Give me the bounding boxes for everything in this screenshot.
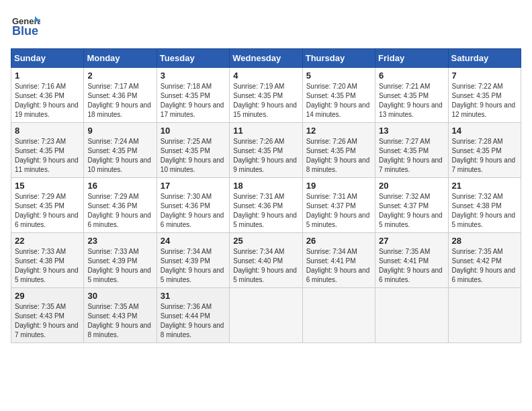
calendar-week-4: 22 Sunrise: 7:33 AM Sunset: 4:38 PM Dayl…	[11, 233, 521, 288]
calendar-cell: 18 Sunrise: 7:31 AM Sunset: 4:36 PM Dayl…	[230, 178, 302, 233]
day-number: 16	[87, 181, 152, 191]
day-info: Sunrise: 7:20 AM Sunset: 4:35 PM Dayligh…	[306, 82, 371, 120]
day-number: 4	[233, 71, 298, 81]
calendar-week-1: 1 Sunrise: 7:16 AM Sunset: 4:36 PM Dayli…	[11, 68, 521, 123]
day-info: Sunrise: 7:35 AM Sunset: 4:41 PM Dayligh…	[379, 247, 444, 285]
day-header-tuesday: Tuesday	[157, 49, 229, 68]
day-info: Sunrise: 7:33 AM Sunset: 4:38 PM Dayligh…	[15, 247, 80, 285]
day-info: Sunrise: 7:18 AM Sunset: 4:35 PM Dayligh…	[161, 82, 226, 120]
day-info: Sunrise: 7:28 AM Sunset: 4:35 PM Dayligh…	[452, 137, 517, 175]
calendar-cell: 21 Sunrise: 7:32 AM Sunset: 4:38 PM Dayl…	[448, 178, 521, 233]
day-info: Sunrise: 7:24 AM Sunset: 4:35 PM Dayligh…	[87, 137, 152, 175]
day-number: 22	[15, 236, 80, 246]
calendar-cell: 7 Sunrise: 7:22 AM Sunset: 4:35 PM Dayli…	[448, 68, 521, 123]
day-number: 31	[161, 291, 226, 301]
day-number: 14	[452, 126, 517, 136]
calendar-cell: 11 Sunrise: 7:26 AM Sunset: 4:35 PM Dayl…	[230, 123, 302, 178]
day-info: Sunrise: 7:34 AM Sunset: 4:40 PM Dayligh…	[233, 247, 298, 285]
day-info: Sunrise: 7:32 AM Sunset: 4:38 PM Dayligh…	[452, 192, 517, 230]
day-number: 11	[233, 126, 298, 136]
calendar-cell: 5 Sunrise: 7:20 AM Sunset: 4:35 PM Dayli…	[302, 68, 375, 123]
day-info: Sunrise: 7:35 AM Sunset: 4:43 PM Dayligh…	[15, 302, 80, 340]
day-number: 5	[306, 71, 371, 81]
logo: General Blue	[11, 11, 43, 40]
day-number: 15	[15, 181, 80, 191]
calendar-cell: 9 Sunrise: 7:24 AM Sunset: 4:35 PM Dayli…	[84, 123, 157, 178]
day-number: 17	[161, 181, 226, 191]
day-number: 30	[87, 291, 152, 301]
day-info: Sunrise: 7:17 AM Sunset: 4:36 PM Dayligh…	[87, 82, 152, 120]
day-number: 21	[452, 181, 517, 191]
calendar-cell: 29 Sunrise: 7:35 AM Sunset: 4:43 PM Dayl…	[11, 288, 84, 343]
day-number: 24	[161, 236, 226, 246]
day-number: 3	[161, 71, 226, 81]
day-number: 2	[87, 71, 152, 81]
calendar-cell: 23 Sunrise: 7:33 AM Sunset: 4:39 PM Dayl…	[84, 233, 157, 288]
calendar-cell: 4 Sunrise: 7:19 AM Sunset: 4:35 PM Dayli…	[230, 68, 302, 123]
day-number: 9	[87, 126, 152, 136]
calendar-cell: 24 Sunrise: 7:34 AM Sunset: 4:39 PM Dayl…	[157, 233, 229, 288]
calendar-cell: 25 Sunrise: 7:34 AM Sunset: 4:40 PM Dayl…	[230, 233, 302, 288]
calendar-cell	[375, 288, 448, 343]
day-info: Sunrise: 7:19 AM Sunset: 4:35 PM Dayligh…	[233, 82, 298, 120]
day-header-friday: Friday	[375, 49, 448, 68]
calendar-cell: 30 Sunrise: 7:35 AM Sunset: 4:43 PM Dayl…	[84, 288, 157, 343]
calendar-cell: 15 Sunrise: 7:29 AM Sunset: 4:35 PM Dayl…	[11, 178, 84, 233]
calendar: SundayMondayTuesdayWednesdayThursdayFrid…	[11, 48, 521, 343]
calendar-week-5: 29 Sunrise: 7:35 AM Sunset: 4:43 PM Dayl…	[11, 288, 521, 343]
day-number: 25	[233, 236, 298, 246]
day-info: Sunrise: 7:16 AM Sunset: 4:36 PM Dayligh…	[15, 82, 80, 120]
calendar-cell: 14 Sunrise: 7:28 AM Sunset: 4:35 PM Dayl…	[448, 123, 521, 178]
day-header-monday: Monday	[84, 49, 157, 68]
day-info: Sunrise: 7:22 AM Sunset: 4:35 PM Dayligh…	[452, 82, 517, 120]
day-number: 6	[379, 71, 444, 81]
day-info: Sunrise: 7:26 AM Sunset: 4:35 PM Dayligh…	[306, 137, 371, 175]
day-number: 27	[379, 236, 444, 246]
day-number: 13	[379, 126, 444, 136]
calendar-cell	[302, 288, 375, 343]
day-number: 23	[87, 236, 152, 246]
svg-text:Blue: Blue	[12, 24, 38, 38]
calendar-cell: 10 Sunrise: 7:25 AM Sunset: 4:35 PM Dayl…	[157, 123, 229, 178]
day-number: 8	[15, 126, 80, 136]
calendar-cell: 27 Sunrise: 7:35 AM Sunset: 4:41 PM Dayl…	[375, 233, 448, 288]
day-number: 20	[379, 181, 444, 191]
logo-icon: General Blue	[11, 11, 40, 40]
day-header-wednesday: Wednesday	[230, 49, 302, 68]
day-number: 28	[452, 236, 517, 246]
day-info: Sunrise: 7:26 AM Sunset: 4:35 PM Dayligh…	[233, 137, 298, 175]
day-info: Sunrise: 7:30 AM Sunset: 4:36 PM Dayligh…	[161, 192, 226, 230]
day-number: 26	[306, 236, 371, 246]
day-number: 29	[15, 291, 80, 301]
day-info: Sunrise: 7:33 AM Sunset: 4:39 PM Dayligh…	[87, 247, 152, 285]
day-info: Sunrise: 7:29 AM Sunset: 4:35 PM Dayligh…	[15, 192, 80, 230]
calendar-cell: 6 Sunrise: 7:21 AM Sunset: 4:35 PM Dayli…	[375, 68, 448, 123]
day-info: Sunrise: 7:29 AM Sunset: 4:36 PM Dayligh…	[87, 192, 152, 230]
header: General Blue	[11, 11, 521, 40]
calendar-cell: 3 Sunrise: 7:18 AM Sunset: 4:35 PM Dayli…	[157, 68, 229, 123]
calendar-cell: 13 Sunrise: 7:27 AM Sunset: 4:35 PM Dayl…	[375, 123, 448, 178]
calendar-cell: 26 Sunrise: 7:34 AM Sunset: 4:41 PM Dayl…	[302, 233, 375, 288]
calendar-cell: 17 Sunrise: 7:30 AM Sunset: 4:36 PM Dayl…	[157, 178, 229, 233]
day-number: 7	[452, 71, 517, 81]
calendar-cell: 22 Sunrise: 7:33 AM Sunset: 4:38 PM Dayl…	[11, 233, 84, 288]
calendar-cell: 31 Sunrise: 7:36 AM Sunset: 4:44 PM Dayl…	[157, 288, 229, 343]
calendar-cell: 19 Sunrise: 7:31 AM Sunset: 4:37 PM Dayl…	[302, 178, 375, 233]
day-info: Sunrise: 7:23 AM Sunset: 4:35 PM Dayligh…	[15, 137, 80, 175]
day-number: 19	[306, 181, 371, 191]
day-info: Sunrise: 7:27 AM Sunset: 4:35 PM Dayligh…	[379, 137, 444, 175]
calendar-cell: 1 Sunrise: 7:16 AM Sunset: 4:36 PM Dayli…	[11, 68, 84, 123]
day-info: Sunrise: 7:35 AM Sunset: 4:42 PM Dayligh…	[452, 247, 517, 285]
day-info: Sunrise: 7:34 AM Sunset: 4:39 PM Dayligh…	[161, 247, 226, 285]
day-info: Sunrise: 7:31 AM Sunset: 4:36 PM Dayligh…	[233, 192, 298, 230]
calendar-cell: 20 Sunrise: 7:32 AM Sunset: 4:37 PM Dayl…	[375, 178, 448, 233]
day-number: 1	[15, 71, 80, 81]
day-info: Sunrise: 7:34 AM Sunset: 4:41 PM Dayligh…	[306, 247, 371, 285]
calendar-week-3: 15 Sunrise: 7:29 AM Sunset: 4:35 PM Dayl…	[11, 178, 521, 233]
day-info: Sunrise: 7:25 AM Sunset: 4:35 PM Dayligh…	[161, 137, 226, 175]
calendar-cell: 16 Sunrise: 7:29 AM Sunset: 4:36 PM Dayl…	[84, 178, 157, 233]
calendar-header-row: SundayMondayTuesdayWednesdayThursdayFrid…	[11, 49, 521, 68]
calendar-cell	[448, 288, 521, 343]
day-header-thursday: Thursday	[302, 49, 375, 68]
day-header-saturday: Saturday	[448, 49, 521, 68]
